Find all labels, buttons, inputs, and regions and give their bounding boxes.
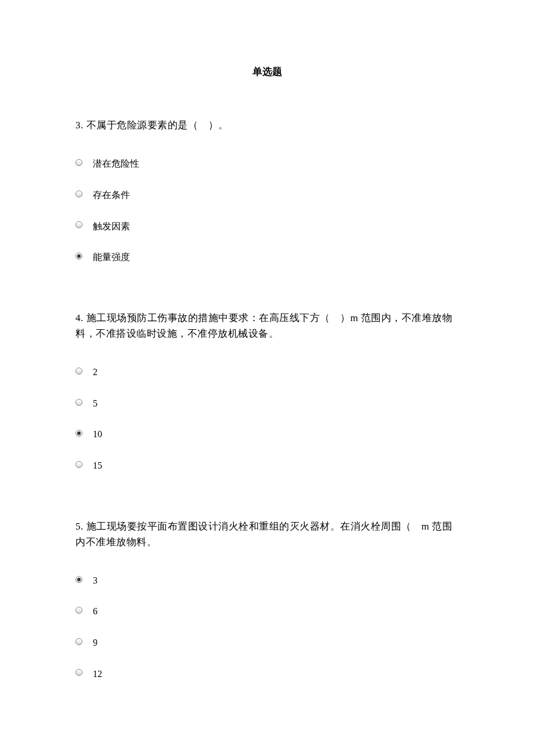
option-row[interactable]: 15 (75, 457, 459, 472)
question-block: 5. 施工现场要按平面布置图设计消火栓和重组的灭火器材。在消火栓周围（ m 范围… (75, 519, 459, 681)
option-label: 5 (93, 396, 98, 411)
option-label: 15 (93, 458, 102, 473)
radio-icon[interactable] (75, 669, 82, 676)
option-label: 能量强度 (93, 250, 130, 265)
option-label: 存在条件 (93, 188, 130, 203)
option-label: 12 (93, 667, 102, 682)
radio-icon[interactable] (75, 159, 82, 166)
option-row[interactable]: 5 (75, 395, 459, 410)
radio-icon[interactable] (75, 190, 82, 197)
radio-icon[interactable] (75, 399, 82, 406)
question-text: 4. 施工现场预防工伤事故的措施中要求：在高压线下方（ ）m 范围内，不准堆放物… (75, 310, 459, 341)
radio-icon[interactable] (75, 461, 82, 468)
radio-icon[interactable] (75, 607, 82, 614)
option-row[interactable]: 6 (75, 603, 459, 618)
option-row[interactable]: 存在条件 (75, 186, 459, 201)
option-row[interactable]: 10 (75, 426, 459, 441)
option-label: 9 (93, 635, 98, 650)
option-label: 6 (93, 604, 98, 619)
option-label: 触发因素 (93, 219, 130, 234)
option-label: 潜在危险性 (93, 156, 139, 171)
radio-icon[interactable] (75, 253, 82, 260)
question-block: 4. 施工现场预防工伤事故的措施中要求：在高压线下方（ ）m 范围内，不准堆放物… (75, 310, 459, 472)
question-text: 5. 施工现场要按平面布置图设计消火栓和重组的灭火器材。在消火栓周围（ m 范围… (75, 519, 459, 550)
section-title: 单选题 (75, 64, 459, 80)
radio-icon[interactable] (75, 430, 82, 437)
radio-icon[interactable] (75, 576, 82, 583)
option-label: 2 (93, 365, 98, 380)
option-row[interactable]: 能量强度 (75, 249, 459, 264)
option-row[interactable]: 潜在危险性 (75, 155, 459, 170)
radio-icon[interactable] (75, 221, 82, 228)
question-block: 3. 不属于危险源要素的是（ ）。 潜在危险性 存在条件 触发因素 能量强度 (75, 117, 459, 264)
option-label: 10 (93, 427, 102, 442)
option-row[interactable]: 12 (75, 665, 459, 681)
radio-icon[interactable] (75, 368, 82, 375)
option-row[interactable]: 3 (75, 572, 459, 587)
option-label: 3 (93, 573, 98, 588)
option-row[interactable]: 触发因素 (75, 218, 459, 233)
option-row[interactable]: 9 (75, 634, 459, 649)
radio-icon[interactable] (75, 638, 82, 645)
question-text: 3. 不属于危险源要素的是（ ）。 (75, 117, 459, 133)
option-row[interactable]: 2 (75, 363, 459, 379)
